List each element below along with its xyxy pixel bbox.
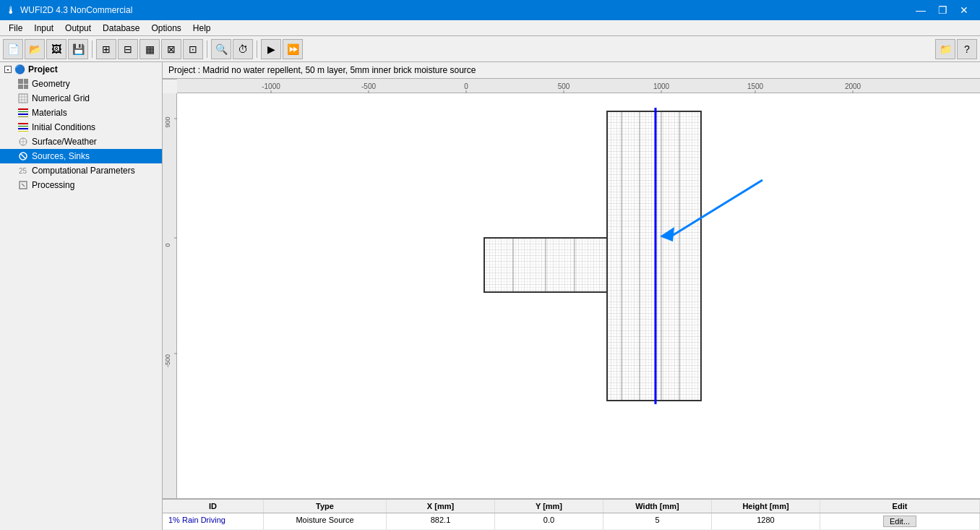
toolbar-run1[interactable]: ▶ bbox=[261, 39, 281, 59]
toolbar-save[interactable]: 💾 bbox=[68, 39, 88, 59]
toolbar-grid2[interactable]: ⊟ bbox=[118, 39, 138, 59]
svg-rect-48 bbox=[546, 238, 575, 292]
canvas-area[interactable]: -1000 -500 0 500 1000 1500 2000 bbox=[163, 79, 980, 498]
svg-rect-39 bbox=[607, 111, 622, 401]
sidebar-item-processing[interactable]: Processing bbox=[0, 178, 162, 192]
cell-y: 0.0 bbox=[495, 513, 603, 529]
sidebar-item-materials-label: Materials bbox=[32, 108, 67, 118]
cell-id: 1% Rain Driving bbox=[163, 513, 264, 529]
toolbar-grid1[interactable]: ⊞ bbox=[96, 39, 116, 59]
sidebar-project-header[interactable]: - 🔵 Project bbox=[0, 62, 162, 77]
sidebar-item-numerical-grid[interactable]: Numerical Grid bbox=[0, 91, 162, 106]
computational-parameters-icon: 25 bbox=[17, 165, 29, 176]
cell-height: 1280 bbox=[712, 513, 820, 529]
toolbar-grid4[interactable]: ⊠ bbox=[161, 39, 181, 59]
title-bar-left: 🌡 WUFI2D 4.3 NonCommercial bbox=[6, 4, 132, 16]
svg-text:1000: 1000 bbox=[653, 82, 670, 90]
minimize-button[interactable]: — bbox=[911, 0, 931, 20]
svg-text:500: 500 bbox=[558, 82, 570, 90]
surface-weather-icon bbox=[17, 136, 29, 148]
close-button[interactable]: ✕ bbox=[954, 0, 974, 20]
col-height: Height [mm] bbox=[712, 500, 820, 513]
col-width: Width [mm] bbox=[603, 500, 712, 513]
menu-help[interactable]: Help bbox=[187, 22, 217, 35]
ruler-vertical: 900 0 -500 bbox=[163, 93, 177, 498]
project-icon: 🔵 bbox=[14, 64, 25, 74]
sidebar-item-sources-sinks[interactable]: Sources, Sinks bbox=[0, 149, 162, 163]
sidebar-item-geometry-label: Geometry bbox=[32, 79, 70, 89]
materials-icon bbox=[17, 107, 29, 119]
sidebar-item-surface-weather-label: Surface/Weather bbox=[32, 137, 97, 147]
svg-text:25: 25 bbox=[19, 167, 27, 175]
toolbar-sep-3 bbox=[257, 40, 257, 58]
col-id: ID bbox=[163, 500, 264, 513]
processing-icon bbox=[17, 179, 29, 191]
toolbar-grid5[interactable]: ⊡ bbox=[183, 39, 203, 59]
sidebar-item-initial-conditions[interactable]: Initial Conditions bbox=[0, 120, 162, 134]
col-edit: Edit bbox=[820, 500, 980, 513]
toolbar-image[interactable]: 🖼 bbox=[46, 39, 66, 59]
canvas-content bbox=[177, 93, 980, 498]
menu-output[interactable]: Output bbox=[59, 22, 97, 35]
toolbar-folder[interactable]: 📁 bbox=[935, 39, 955, 59]
sidebar-project-label: Project bbox=[28, 64, 58, 74]
cell-edit[interactable]: Edit... bbox=[820, 513, 980, 529]
cell-width: 5 bbox=[603, 513, 712, 529]
svg-rect-41 bbox=[640, 111, 661, 401]
svg-text:-1000: -1000 bbox=[262, 82, 280, 90]
maximize-button[interactable]: ❐ bbox=[932, 0, 953, 20]
sidebar-item-initial-conditions-label: Initial Conditions bbox=[32, 122, 95, 132]
project-title-text: Project : Madrid no water repellent, 50 … bbox=[168, 65, 476, 75]
table-row: 1% Rain Driving Moisture Source 882.1 0.… bbox=[163, 513, 980, 530]
svg-text:-500: -500 bbox=[361, 82, 376, 90]
toolbar: 📄 📂 🖼 💾 ⊞ ⊟ ▦ ⊠ ⊡ 🔍 ⏱ ▶ ⏩ 📁 ? bbox=[0, 36, 980, 62]
svg-text:900: 900 bbox=[164, 116, 171, 127]
menu-input[interactable]: Input bbox=[28, 22, 59, 35]
toolbar-time[interactable]: ⏱ bbox=[233, 39, 253, 59]
svg-text:-500: -500 bbox=[164, 354, 171, 367]
sidebar-item-processing-label: Processing bbox=[32, 180, 74, 190]
svg-rect-47 bbox=[513, 238, 546, 292]
sidebar-item-computational-parameters[interactable]: 25 Computational Parameters bbox=[0, 163, 162, 178]
toolbar-grid3[interactable]: ▦ bbox=[139, 39, 160, 59]
sidebar-item-materials[interactable]: Materials bbox=[0, 106, 162, 120]
toolbar-zoom[interactable]: 🔍 bbox=[211, 39, 231, 59]
sidebar-item-surface-weather[interactable]: Surface/Weather bbox=[0, 134, 162, 149]
geometry-icon bbox=[17, 78, 29, 90]
svg-text:0: 0 bbox=[464, 82, 468, 90]
svg-text:2000: 2000 bbox=[845, 82, 861, 90]
cell-type: Moisture Source bbox=[264, 513, 387, 529]
edit-button[interactable]: Edit... bbox=[883, 516, 916, 527]
toolbar-run2[interactable]: ⏩ bbox=[283, 39, 303, 59]
menu-file[interactable]: File bbox=[3, 22, 28, 35]
geometry-canvas[interactable] bbox=[177, 93, 980, 498]
bottom-table: ID Type X [mm] Y [mm] Width [mm] Height … bbox=[163, 498, 980, 530]
menu-options[interactable]: Options bbox=[145, 22, 186, 35]
sidebar: - 🔵 Project Geometry Numerical Grid bbox=[0, 62, 163, 530]
cell-x: 882.1 bbox=[387, 513, 495, 529]
toolbar-new[interactable]: 📄 bbox=[3, 39, 23, 59]
svg-rect-46 bbox=[484, 238, 513, 292]
initial-conditions-icon bbox=[17, 121, 29, 133]
table-header: ID Type X [mm] Y [mm] Width [mm] Height … bbox=[163, 500, 980, 513]
toolbar-help[interactable]: ? bbox=[957, 39, 977, 59]
collapse-icon: - bbox=[4, 66, 12, 73]
svg-rect-40 bbox=[622, 111, 640, 401]
col-type: Type bbox=[264, 500, 387, 513]
svg-line-9 bbox=[21, 154, 25, 158]
svg-rect-42 bbox=[661, 111, 679, 401]
title-bar: 🌡 WUFI2D 4.3 NonCommercial — ❐ ✕ bbox=[0, 0, 980, 20]
menu-bar: File Input Output Database Options Help bbox=[0, 20, 980, 36]
window-title: WUFI2D 4.3 NonCommercial bbox=[20, 5, 132, 15]
main-layout: - 🔵 Project Geometry Numerical Grid bbox=[0, 62, 980, 530]
svg-rect-33 bbox=[177, 93, 980, 498]
title-bar-controls: — ❐ ✕ bbox=[911, 0, 974, 20]
sidebar-item-geometry[interactable]: Geometry bbox=[0, 77, 162, 91]
toolbar-open[interactable]: 📂 bbox=[25, 39, 45, 59]
sidebar-item-sources-sinks-label: Sources, Sinks bbox=[32, 151, 90, 161]
svg-line-12 bbox=[22, 184, 25, 187]
project-title: Project : Madrid no water repellent, 50 … bbox=[163, 62, 980, 79]
sidebar-item-computational-parameters-label: Computational Parameters bbox=[32, 166, 135, 176]
menu-database[interactable]: Database bbox=[97, 22, 145, 35]
ruler-horizontal: -1000 -500 0 500 1000 1500 2000 bbox=[177, 79, 980, 93]
